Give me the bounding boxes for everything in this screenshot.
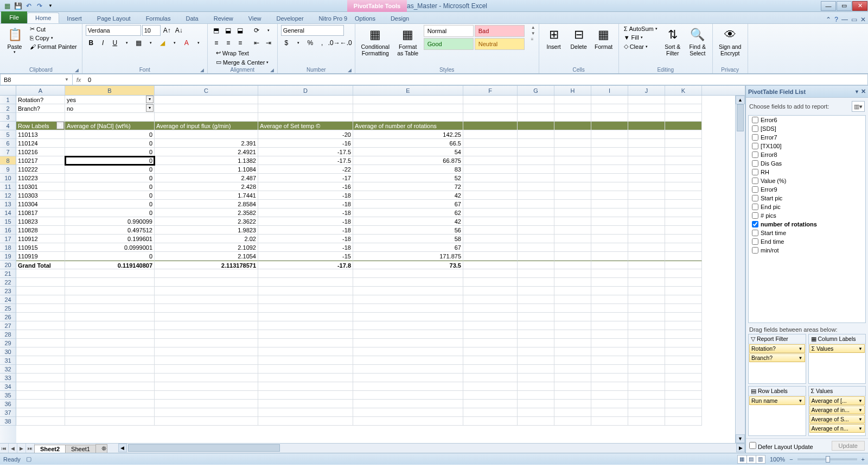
cell[interactable] xyxy=(665,174,702,182)
tab-view[interactable]: View xyxy=(241,14,269,23)
cell[interactable] xyxy=(554,304,591,313)
cell[interactable] xyxy=(628,130,665,139)
pivot-area-chip[interactable]: Average of n...▼ xyxy=(809,424,865,433)
cell[interactable] xyxy=(65,113,155,122)
cell[interactable] xyxy=(353,295,463,304)
cell[interactable] xyxy=(554,139,591,148)
cell[interactable] xyxy=(155,382,258,391)
decrease-indent-icon[interactable]: ⇤ xyxy=(251,37,262,48)
cell[interactable] xyxy=(554,321,591,330)
cell[interactable] xyxy=(665,252,702,261)
cell[interactable]: 110217 xyxy=(16,156,65,165)
cell[interactable] xyxy=(258,365,353,374)
cell[interactable] xyxy=(463,130,518,139)
cell[interactable]: 171.875 xyxy=(353,252,463,261)
cell[interactable] xyxy=(591,374,628,382)
cell[interactable] xyxy=(353,356,463,365)
cell[interactable]: 0 xyxy=(65,148,155,156)
cell[interactable] xyxy=(591,182,628,191)
cell[interactable] xyxy=(554,391,591,400)
cell[interactable] xyxy=(518,148,554,156)
update-button[interactable]: Update xyxy=(832,441,865,451)
cell[interactable] xyxy=(258,313,353,321)
cell[interactable]: 1.9823 xyxy=(155,226,258,235)
pivot-panel-close-icon[interactable]: ✕ xyxy=(861,88,866,94)
cell[interactable] xyxy=(665,113,702,122)
defer-layout-checkbox[interactable]: Defer Layout Update xyxy=(749,442,813,450)
cell[interactable] xyxy=(665,287,702,295)
cell[interactable] xyxy=(463,96,518,104)
cell[interactable] xyxy=(591,321,628,330)
clear-button[interactable]: ◇Clear▾ xyxy=(622,42,659,50)
cell[interactable] xyxy=(518,313,554,321)
cell[interactable] xyxy=(628,330,665,339)
cell[interactable]: -16 xyxy=(258,182,353,191)
pivot-field-item[interactable]: Start pic xyxy=(749,194,865,203)
fill-color-button[interactable]: ◢ xyxy=(157,37,168,48)
cell[interactable] xyxy=(591,191,628,200)
cell[interactable] xyxy=(591,278,628,287)
cell[interactable] xyxy=(16,287,65,295)
row-header-1[interactable]: 1 xyxy=(0,96,16,104)
cell[interactable] xyxy=(463,313,518,321)
area-report-filter[interactable]: ▽Report Filter Rotation?▼Branch?▼ xyxy=(748,334,806,384)
row-header-35[interactable]: 35 xyxy=(0,391,16,400)
row-header-37[interactable]: 37 xyxy=(0,408,16,417)
cell[interactable] xyxy=(554,226,591,235)
cell[interactable] xyxy=(16,356,65,365)
cell[interactable] xyxy=(155,304,258,313)
cell[interactable] xyxy=(463,295,518,304)
row-header-28[interactable]: 28 xyxy=(0,330,16,339)
cell[interactable]: -17.5 xyxy=(258,156,353,165)
cell[interactable] xyxy=(628,243,665,252)
cell[interactable] xyxy=(591,165,628,174)
pivot-field-item[interactable]: End pic xyxy=(749,203,865,211)
cell[interactable] xyxy=(16,417,65,426)
cell[interactable] xyxy=(591,243,628,252)
cell[interactable] xyxy=(65,330,155,339)
cell[interactable] xyxy=(258,400,353,408)
cell[interactable] xyxy=(258,104,353,113)
cell[interactable] xyxy=(463,191,518,200)
cell[interactable] xyxy=(65,365,155,374)
comma-icon[interactable]: , xyxy=(317,37,328,48)
cell[interactable] xyxy=(518,243,554,252)
cell[interactable] xyxy=(554,261,591,269)
cell[interactable] xyxy=(665,321,702,330)
cell[interactable]: 142.25 xyxy=(353,130,463,139)
autosum-button[interactable]: ΣAutoSum▾ xyxy=(622,25,659,33)
increase-decimal-icon[interactable]: .0→ xyxy=(329,37,340,48)
tab-options[interactable]: Options xyxy=(347,14,383,23)
cell[interactable]: 56 xyxy=(353,226,463,235)
cell[interactable] xyxy=(554,374,591,382)
cell[interactable] xyxy=(353,96,463,104)
sign-encrypt-button[interactable]: 👁Sign and Encrypt xyxy=(716,25,744,58)
cell[interactable]: -17.5 xyxy=(258,148,353,156)
cell[interactable] xyxy=(554,156,591,165)
cell[interactable] xyxy=(554,278,591,287)
cell[interactable] xyxy=(518,278,554,287)
cell[interactable] xyxy=(591,148,628,156)
cell[interactable]: 42 xyxy=(353,217,463,226)
cell[interactable] xyxy=(16,339,65,347)
clipboard-dialog-icon[interactable]: ◢ xyxy=(75,67,79,73)
row-header-4[interactable]: 4 xyxy=(0,122,16,130)
tab-formulas[interactable]: Formulas xyxy=(138,14,178,23)
cell[interactable]: 110912 xyxy=(16,235,65,243)
cell[interactable] xyxy=(463,417,518,426)
cell[interactable] xyxy=(353,339,463,347)
cell[interactable] xyxy=(518,408,554,417)
cell[interactable]: -18 xyxy=(258,235,353,243)
cell[interactable] xyxy=(628,321,665,330)
row-header-11[interactable]: 11 xyxy=(0,182,16,191)
row-header-5[interactable]: 5 xyxy=(0,130,16,139)
horizontal-scrollbar[interactable]: ◀ ▶ xyxy=(118,444,745,453)
fill-button[interactable]: ▼Fill▾ xyxy=(622,34,659,41)
cell[interactable] xyxy=(518,130,554,139)
cell[interactable]: -18 xyxy=(258,243,353,252)
cell[interactable] xyxy=(353,278,463,287)
pivot-field-item[interactable]: Error7 xyxy=(749,133,865,142)
underline-button[interactable]: U xyxy=(110,37,120,48)
cell[interactable] xyxy=(155,356,258,365)
row-header-14[interactable]: 14 xyxy=(0,208,16,217)
